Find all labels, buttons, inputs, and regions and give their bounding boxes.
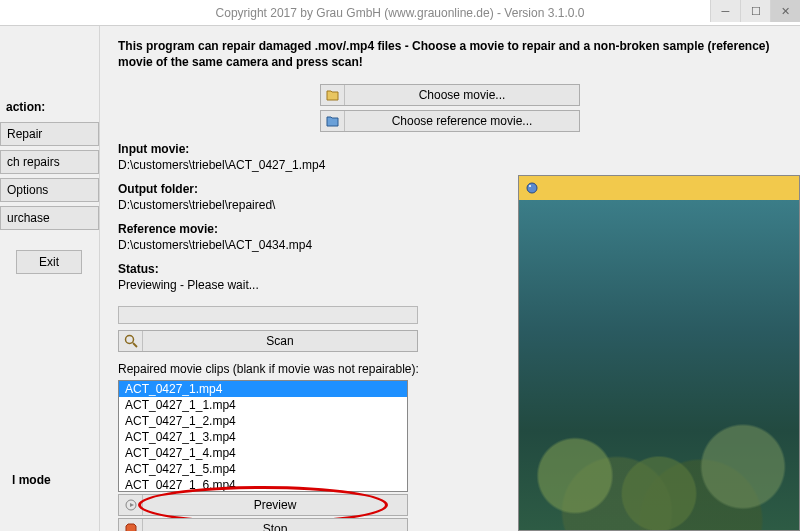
window-controls: ─ ☐ ✕ xyxy=(710,0,800,22)
svg-line-1 xyxy=(133,343,137,347)
app-icon xyxy=(525,181,543,195)
close-button[interactable]: ✕ xyxy=(770,0,800,22)
svg-marker-3 xyxy=(130,503,134,507)
magnifier-icon xyxy=(119,331,143,351)
maximize-button[interactable]: ☐ xyxy=(740,0,770,22)
list-item[interactable]: ACT_0427_1_2.mp4 xyxy=(119,413,407,429)
stop-button[interactable]: Stop xyxy=(118,518,408,531)
choose-reference-button[interactable]: Choose reference movie... xyxy=(320,110,580,132)
video-preview-frame xyxy=(519,200,799,530)
progress-bar xyxy=(118,306,418,324)
sidebar-item-exit[interactable]: Exit xyxy=(16,250,82,274)
svg-point-0 xyxy=(125,336,133,344)
preview-button[interactable]: Preview xyxy=(118,494,408,516)
sidebar-item-options[interactable]: Options xyxy=(0,178,99,202)
window-title: Copyright 2017 by Grau GmbH (www.grauonl… xyxy=(216,6,585,20)
title-bar: Copyright 2017 by Grau GmbH (www.grauonl… xyxy=(0,0,800,26)
scan-label: Scan xyxy=(143,334,417,348)
svg-point-5 xyxy=(527,183,537,193)
sidebar-item-repair[interactable]: Repair xyxy=(0,122,99,146)
repaired-clips-list[interactable]: ACT_0427_1.mp4ACT_0427_1_1.mp4ACT_0427_1… xyxy=(118,380,408,492)
input-movie-header: Input movie: xyxy=(118,142,782,156)
intro-text: This program can repair damaged .mov/.mp… xyxy=(118,38,782,70)
coral-reef-image xyxy=(519,349,799,531)
input-movie-value: D:\customers\triebel\ACT_0427_1.mp4 xyxy=(118,158,782,172)
sidebar-heading-action: action: xyxy=(0,96,99,118)
list-item[interactable]: ACT_0427_1.mp4 xyxy=(119,381,407,397)
list-item[interactable]: ACT_0427_1_3.mp4 xyxy=(119,429,407,445)
sidebar-item-purchase[interactable]: urchase xyxy=(0,206,99,230)
preview-label: Preview xyxy=(143,498,407,512)
sidebar-item-batch-repairs[interactable]: ch repairs xyxy=(0,150,99,174)
folder-open-icon xyxy=(321,85,345,105)
video-preview-titlebar[interactable] xyxy=(519,176,799,200)
choose-movie-label: Choose movie... xyxy=(345,88,579,102)
minimize-button[interactable]: ─ xyxy=(710,0,740,22)
play-icon xyxy=(119,495,143,515)
svg-marker-4 xyxy=(126,524,136,531)
sidebar: action: Repair ch repairs Options urchas… xyxy=(0,26,100,531)
sidebar-heading-mode: l mode xyxy=(6,469,57,491)
list-item[interactable]: ACT_0427_1_4.mp4 xyxy=(119,445,407,461)
input-movie-block: Input movie: D:\customers\triebel\ACT_04… xyxy=(118,142,782,172)
list-item[interactable]: ACT_0427_1_6.mp4 xyxy=(119,477,407,492)
video-preview-window[interactable] xyxy=(518,175,800,531)
list-item[interactable]: ACT_0427_1_5.mp4 xyxy=(119,461,407,477)
svg-point-6 xyxy=(529,185,531,187)
list-item[interactable]: ACT_0427_1_1.mp4 xyxy=(119,397,407,413)
choose-movie-button[interactable]: Choose movie... xyxy=(320,84,580,106)
stop-label: Stop xyxy=(143,522,407,531)
folder-icon xyxy=(321,111,345,131)
choose-reference-label: Choose reference movie... xyxy=(345,114,579,128)
scan-button[interactable]: Scan xyxy=(118,330,418,352)
stop-icon xyxy=(119,519,143,531)
